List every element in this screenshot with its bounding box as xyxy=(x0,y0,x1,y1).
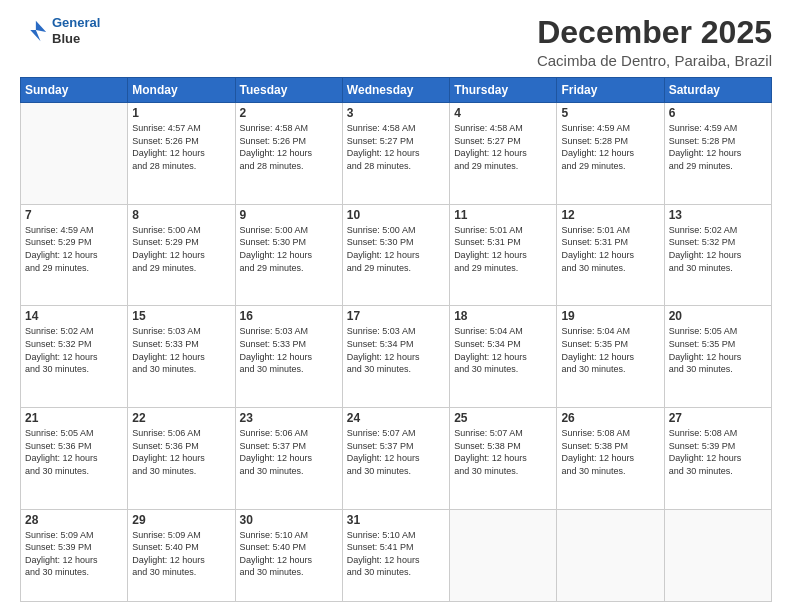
logo-text: General Blue xyxy=(52,15,100,46)
day-info: Sunrise: 4:58 AM Sunset: 5:26 PM Dayligh… xyxy=(240,122,338,172)
day-info: Sunrise: 4:57 AM Sunset: 5:26 PM Dayligh… xyxy=(132,122,230,172)
day-info: Sunrise: 5:10 AM Sunset: 5:41 PM Dayligh… xyxy=(347,529,445,579)
calendar-table: SundayMondayTuesdayWednesdayThursdayFrid… xyxy=(20,77,772,602)
calendar-cell: 10Sunrise: 5:00 AM Sunset: 5:30 PM Dayli… xyxy=(342,204,449,306)
day-number: 17 xyxy=(347,309,445,323)
day-number: 27 xyxy=(669,411,767,425)
day-header-thursday: Thursday xyxy=(450,78,557,103)
calendar-cell: 6Sunrise: 4:59 AM Sunset: 5:28 PM Daylig… xyxy=(664,103,771,205)
calendar-cell: 20Sunrise: 5:05 AM Sunset: 5:35 PM Dayli… xyxy=(664,306,771,408)
day-number: 18 xyxy=(454,309,552,323)
day-info: Sunrise: 5:09 AM Sunset: 5:40 PM Dayligh… xyxy=(132,529,230,579)
calendar-cell: 25Sunrise: 5:07 AM Sunset: 5:38 PM Dayli… xyxy=(450,408,557,510)
day-number: 14 xyxy=(25,309,123,323)
day-number: 9 xyxy=(240,208,338,222)
day-info: Sunrise: 5:00 AM Sunset: 5:30 PM Dayligh… xyxy=(240,224,338,274)
day-number: 5 xyxy=(561,106,659,120)
day-number: 1 xyxy=(132,106,230,120)
day-number: 16 xyxy=(240,309,338,323)
day-header-saturday: Saturday xyxy=(664,78,771,103)
day-info: Sunrise: 5:00 AM Sunset: 5:30 PM Dayligh… xyxy=(347,224,445,274)
title-block: December 2025 Cacimba de Dentro, Paraiba… xyxy=(537,15,772,69)
calendar-cell xyxy=(664,509,771,601)
calendar-cell: 12Sunrise: 5:01 AM Sunset: 5:31 PM Dayli… xyxy=(557,204,664,306)
day-info: Sunrise: 4:58 AM Sunset: 5:27 PM Dayligh… xyxy=(347,122,445,172)
calendar-cell: 2Sunrise: 4:58 AM Sunset: 5:26 PM Daylig… xyxy=(235,103,342,205)
calendar-cell: 4Sunrise: 4:58 AM Sunset: 5:27 PM Daylig… xyxy=(450,103,557,205)
day-number: 7 xyxy=(25,208,123,222)
calendar-cell: 24Sunrise: 5:07 AM Sunset: 5:37 PM Dayli… xyxy=(342,408,449,510)
calendar-cell: 31Sunrise: 5:10 AM Sunset: 5:41 PM Dayli… xyxy=(342,509,449,601)
logo-icon xyxy=(20,17,48,45)
calendar-cell: 9Sunrise: 5:00 AM Sunset: 5:30 PM Daylig… xyxy=(235,204,342,306)
subtitle: Cacimba de Dentro, Paraiba, Brazil xyxy=(537,52,772,69)
calendar-cell: 26Sunrise: 5:08 AM Sunset: 5:38 PM Dayli… xyxy=(557,408,664,510)
day-info: Sunrise: 4:59 AM Sunset: 5:29 PM Dayligh… xyxy=(25,224,123,274)
day-info: Sunrise: 5:00 AM Sunset: 5:29 PM Dayligh… xyxy=(132,224,230,274)
day-info: Sunrise: 4:59 AM Sunset: 5:28 PM Dayligh… xyxy=(669,122,767,172)
calendar-cell xyxy=(21,103,128,205)
day-header-friday: Friday xyxy=(557,78,664,103)
day-info: Sunrise: 5:05 AM Sunset: 5:35 PM Dayligh… xyxy=(669,325,767,375)
day-info: Sunrise: 5:03 AM Sunset: 5:34 PM Dayligh… xyxy=(347,325,445,375)
day-header-monday: Monday xyxy=(128,78,235,103)
day-number: 10 xyxy=(347,208,445,222)
day-number: 8 xyxy=(132,208,230,222)
day-number: 28 xyxy=(25,513,123,527)
calendar-cell: 13Sunrise: 5:02 AM Sunset: 5:32 PM Dayli… xyxy=(664,204,771,306)
day-info: Sunrise: 4:58 AM Sunset: 5:27 PM Dayligh… xyxy=(454,122,552,172)
day-number: 29 xyxy=(132,513,230,527)
calendar-cell: 29Sunrise: 5:09 AM Sunset: 5:40 PM Dayli… xyxy=(128,509,235,601)
day-info: Sunrise: 5:06 AM Sunset: 5:37 PM Dayligh… xyxy=(240,427,338,477)
calendar-cell: 7Sunrise: 4:59 AM Sunset: 5:29 PM Daylig… xyxy=(21,204,128,306)
day-header-sunday: Sunday xyxy=(21,78,128,103)
calendar-week-5: 28Sunrise: 5:09 AM Sunset: 5:39 PM Dayli… xyxy=(21,509,772,601)
day-number: 20 xyxy=(669,309,767,323)
day-number: 13 xyxy=(669,208,767,222)
day-info: Sunrise: 5:07 AM Sunset: 5:37 PM Dayligh… xyxy=(347,427,445,477)
calendar-cell: 11Sunrise: 5:01 AM Sunset: 5:31 PM Dayli… xyxy=(450,204,557,306)
header: General Blue December 2025 Cacimba de De… xyxy=(20,15,772,69)
days-header-row: SundayMondayTuesdayWednesdayThursdayFrid… xyxy=(21,78,772,103)
day-info: Sunrise: 5:08 AM Sunset: 5:38 PM Dayligh… xyxy=(561,427,659,477)
day-number: 22 xyxy=(132,411,230,425)
calendar-cell: 16Sunrise: 5:03 AM Sunset: 5:33 PM Dayli… xyxy=(235,306,342,408)
day-number: 21 xyxy=(25,411,123,425)
day-number: 30 xyxy=(240,513,338,527)
calendar-cell: 30Sunrise: 5:10 AM Sunset: 5:40 PM Dayli… xyxy=(235,509,342,601)
day-header-wednesday: Wednesday xyxy=(342,78,449,103)
calendar-cell: 1Sunrise: 4:57 AM Sunset: 5:26 PM Daylig… xyxy=(128,103,235,205)
day-info: Sunrise: 5:03 AM Sunset: 5:33 PM Dayligh… xyxy=(240,325,338,375)
day-info: Sunrise: 5:04 AM Sunset: 5:34 PM Dayligh… xyxy=(454,325,552,375)
svg-marker-0 xyxy=(30,20,46,41)
day-number: 31 xyxy=(347,513,445,527)
day-info: Sunrise: 5:08 AM Sunset: 5:39 PM Dayligh… xyxy=(669,427,767,477)
calendar-cell: 17Sunrise: 5:03 AM Sunset: 5:34 PM Dayli… xyxy=(342,306,449,408)
day-number: 24 xyxy=(347,411,445,425)
day-info: Sunrise: 5:06 AM Sunset: 5:36 PM Dayligh… xyxy=(132,427,230,477)
page: General Blue December 2025 Cacimba de De… xyxy=(0,0,792,612)
calendar-cell: 18Sunrise: 5:04 AM Sunset: 5:34 PM Dayli… xyxy=(450,306,557,408)
day-number: 23 xyxy=(240,411,338,425)
calendar-cell: 19Sunrise: 5:04 AM Sunset: 5:35 PM Dayli… xyxy=(557,306,664,408)
day-info: Sunrise: 5:03 AM Sunset: 5:33 PM Dayligh… xyxy=(132,325,230,375)
day-info: Sunrise: 5:04 AM Sunset: 5:35 PM Dayligh… xyxy=(561,325,659,375)
day-info: Sunrise: 5:10 AM Sunset: 5:40 PM Dayligh… xyxy=(240,529,338,579)
calendar-cell xyxy=(450,509,557,601)
day-info: Sunrise: 5:09 AM Sunset: 5:39 PM Dayligh… xyxy=(25,529,123,579)
day-number: 6 xyxy=(669,106,767,120)
day-info: Sunrise: 5:02 AM Sunset: 5:32 PM Dayligh… xyxy=(669,224,767,274)
calendar-week-4: 21Sunrise: 5:05 AM Sunset: 5:36 PM Dayli… xyxy=(21,408,772,510)
calendar-cell: 23Sunrise: 5:06 AM Sunset: 5:37 PM Dayli… xyxy=(235,408,342,510)
calendar-cell: 14Sunrise: 5:02 AM Sunset: 5:32 PM Dayli… xyxy=(21,306,128,408)
day-info: Sunrise: 5:05 AM Sunset: 5:36 PM Dayligh… xyxy=(25,427,123,477)
calendar-header: SundayMondayTuesdayWednesdayThursdayFrid… xyxy=(21,78,772,103)
calendar-cell: 21Sunrise: 5:05 AM Sunset: 5:36 PM Dayli… xyxy=(21,408,128,510)
day-number: 2 xyxy=(240,106,338,120)
day-info: Sunrise: 5:01 AM Sunset: 5:31 PM Dayligh… xyxy=(561,224,659,274)
main-title: December 2025 xyxy=(537,15,772,50)
day-info: Sunrise: 5:07 AM Sunset: 5:38 PM Dayligh… xyxy=(454,427,552,477)
calendar-cell: 22Sunrise: 5:06 AM Sunset: 5:36 PM Dayli… xyxy=(128,408,235,510)
calendar-cell: 8Sunrise: 5:00 AM Sunset: 5:29 PM Daylig… xyxy=(128,204,235,306)
logo: General Blue xyxy=(20,15,100,46)
